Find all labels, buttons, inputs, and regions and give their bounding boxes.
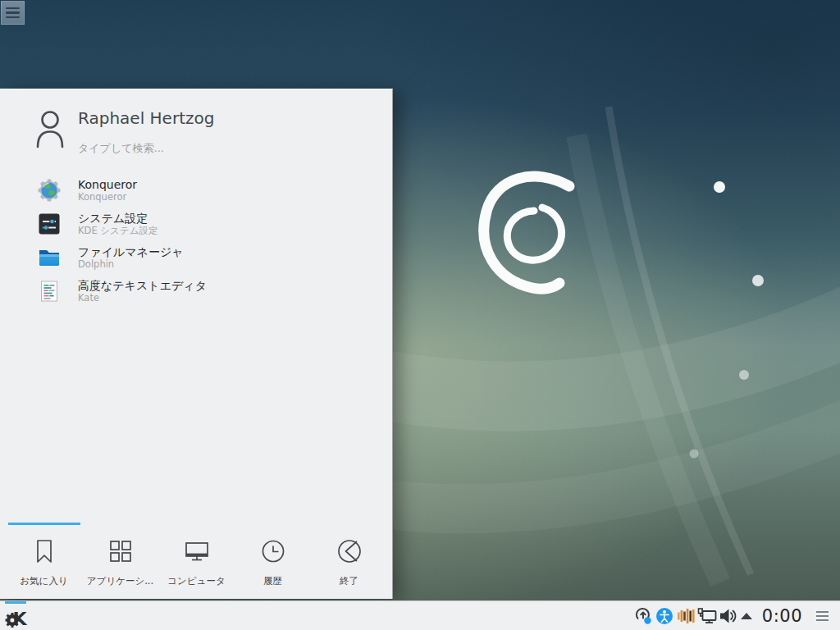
favorites-app-list: Konqueror Konqueror システム設定 KDE シ	[0, 173, 392, 308]
app-subtitle: KDE システム設定	[78, 226, 158, 236]
tab-favorites[interactable]: お気に入り	[6, 530, 82, 587]
blue-folder-icon	[38, 246, 61, 269]
text-document-icon	[38, 280, 61, 303]
application-launcher-button[interactable]: K	[3, 601, 30, 630]
tab-computer[interactable]: コンピュータ	[158, 530, 235, 587]
system-settings-sliders-icon	[38, 212, 61, 235]
app-grid-icon	[107, 538, 134, 568]
tab-label: アプリケーシ...	[87, 575, 153, 587]
tab-leave[interactable]: 終了	[311, 530, 387, 587]
kde-k-gear-logo: K	[5, 606, 28, 630]
tab-label: 終了	[340, 575, 358, 587]
app-item-file-manager[interactable]: ファイルマネージャ Dolphin	[0, 240, 392, 274]
user-name: Raphael Hertzog	[78, 108, 214, 128]
digital-clock[interactable]: 0:00	[762, 606, 802, 626]
equalizer-bars-icon[interactable]	[675, 605, 696, 627]
app-title: システム設定	[78, 212, 158, 226]
wired-network-icon[interactable]	[696, 605, 718, 627]
panel-hamburger-icon[interactable]	[812, 607, 833, 625]
app-title: 高度なテキストエディタ	[78, 279, 207, 293]
konqueror-globe-gear-icon	[38, 179, 61, 202]
search-input[interactable]: タイプして検索...	[78, 141, 164, 156]
app-title: Konqueror	[78, 178, 137, 192]
leave-back-circle-icon	[336, 538, 363, 568]
bottom-panel: K	[0, 600, 840, 630]
app-title: ファイルマネージャ	[78, 245, 184, 259]
app-subtitle: Kate	[78, 293, 207, 304]
wallpaper-dot	[752, 275, 764, 286]
wallpaper-dot	[714, 181, 725, 193]
launcher-active-strip	[5, 601, 26, 604]
expand-tray-arrow-icon[interactable]	[741, 613, 752, 619]
history-clock-icon	[260, 538, 286, 568]
debian-swirl	[484, 176, 569, 289]
accessibility-icon[interactable]	[654, 605, 675, 627]
user-avatar-icon[interactable]	[34, 109, 66, 152]
kickoff-tabbar: お気に入り アプリケーシ...	[6, 530, 387, 587]
kickoff-launcher-popup: Raphael Hertzog タイプして検索...	[0, 89, 393, 599]
tab-history[interactable]: 履歴	[235, 530, 311, 587]
tab-label: お気に入り	[20, 575, 67, 587]
active-tab-indicator	[8, 523, 80, 525]
bookmark-icon	[31, 538, 57, 568]
system-tray: 0:00	[632, 601, 840, 630]
app-item-text-editor[interactable]: 高度なテキストエディタ Kate	[0, 274, 392, 308]
app-subtitle: Konqueror	[78, 192, 137, 203]
tab-label: 履歴	[263, 575, 282, 587]
software-update-icon[interactable]	[632, 605, 654, 627]
computer-monitor-icon	[184, 538, 210, 568]
app-item-konqueror[interactable]: Konqueror Konqueror	[0, 173, 392, 207]
wallpaper-dot	[690, 450, 699, 459]
desktop: Raphael Hertzog タイプして検索...	[0, 0, 840, 630]
desktop-toolbox-button[interactable]	[1, 1, 25, 25]
tab-label: コンピュータ	[167, 575, 225, 587]
app-subtitle: Dolphin	[78, 259, 184, 270]
volume-speaker-icon[interactable]	[718, 605, 739, 627]
wallpaper-dot	[739, 370, 749, 380]
tab-applications[interactable]: アプリケーシ...	[82, 530, 158, 587]
svg-text:K: K	[13, 609, 28, 629]
app-item-system-settings[interactable]: システム設定 KDE システム設定	[0, 207, 392, 240]
